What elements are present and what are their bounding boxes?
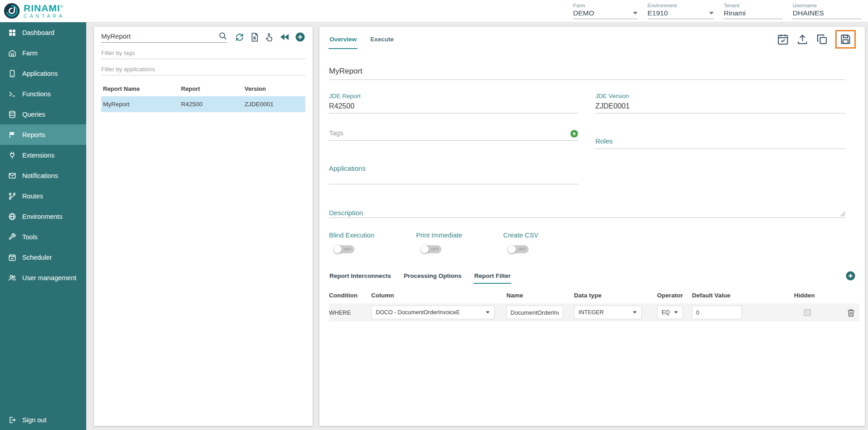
row-report-name: MyReport bbox=[103, 101, 181, 108]
logout-icon bbox=[8, 416, 16, 424]
tags-field[interactable] bbox=[329, 129, 579, 141]
col-report-name: Report Name bbox=[103, 85, 181, 92]
sidebar-item-routes[interactable]: Routes bbox=[0, 186, 86, 206]
report-search-input[interactable] bbox=[101, 32, 218, 40]
farm-icon bbox=[8, 49, 16, 57]
search-icon[interactable] bbox=[218, 31, 227, 40]
sidebar-item-functions[interactable]: Functions bbox=[0, 84, 86, 104]
sidebar-nav: Dashboard Farm Applications Functions Qu… bbox=[0, 22, 86, 430]
tab-overview[interactable]: Overview bbox=[329, 33, 358, 45]
excel-export-icon[interactable] bbox=[250, 32, 260, 42]
default-value-input[interactable] bbox=[692, 306, 742, 319]
users-icon bbox=[8, 274, 16, 282]
upload-icon[interactable] bbox=[796, 33, 809, 45]
jde-report-field[interactable]: R42500 bbox=[329, 102, 579, 114]
detail-tabs: Overview Execute bbox=[319, 27, 865, 51]
username-label: Username bbox=[793, 3, 862, 8]
report-name-field[interactable]: MyReport bbox=[329, 67, 845, 80]
flag-icon bbox=[8, 131, 16, 139]
sidebar-item-farm[interactable]: Farm bbox=[0, 43, 86, 63]
jde-version-field[interactable]: ZJDE0001 bbox=[595, 102, 845, 114]
data-type-select[interactable]: INTEGER bbox=[574, 306, 642, 319]
subtab-processing-options[interactable]: Processing Options bbox=[403, 271, 462, 281]
sign-out-button[interactable]: Sign out bbox=[0, 410, 86, 430]
hand-pointer-icon[interactable] bbox=[265, 32, 275, 42]
logo-subtitle: CANTARA bbox=[24, 14, 64, 19]
sidebar-item-extensions[interactable]: Extensions bbox=[0, 145, 86, 165]
save-icon[interactable] bbox=[839, 33, 852, 45]
sidebar-item-notifications[interactable]: Notifications bbox=[0, 165, 86, 186]
chevron-down-icon bbox=[674, 311, 678, 313]
table-row[interactable]: MyReport R42500 ZJDE0001 bbox=[101, 96, 305, 112]
filter-name-input[interactable] bbox=[506, 306, 563, 319]
tags-input[interactable] bbox=[329, 129, 570, 140]
report-filter-table: Condition Column Name Data type Operator… bbox=[319, 288, 865, 321]
print-immediate-label: Print Immediate bbox=[416, 232, 503, 239]
col-data-type: Data type bbox=[574, 288, 657, 303]
blind-execution-toggle[interactable]: OFF bbox=[333, 245, 354, 253]
operator-select[interactable]: EQ bbox=[657, 306, 683, 319]
globe-icon bbox=[8, 213, 16, 221]
toggle-knob bbox=[508, 245, 516, 253]
tenant-field: Tenant Rinami bbox=[724, 3, 783, 19]
farm-value: DEMO bbox=[573, 9, 594, 17]
username-field: Username DHAINES bbox=[793, 3, 862, 19]
jde-report-label: JDE Report bbox=[329, 93, 579, 99]
schedule-icon[interactable] bbox=[777, 33, 789, 45]
add-filter-icon[interactable] bbox=[845, 271, 856, 281]
tab-execute[interactable]: Execute bbox=[369, 33, 395, 45]
sidebar-item-scheduler[interactable]: Scheduler bbox=[0, 247, 86, 267]
filter-by-applications-input[interactable] bbox=[101, 63, 305, 75]
envelope-icon bbox=[8, 172, 16, 180]
print-immediate-toggle[interactable]: OFF bbox=[421, 245, 441, 253]
reports-list-panel: Report Name Report Version MyReport R425… bbox=[94, 27, 313, 426]
delete-filter-icon[interactable] bbox=[846, 308, 856, 317]
column-select[interactable]: DOCO - DocumentOrderInvoiceE bbox=[371, 306, 495, 319]
database-icon bbox=[8, 110, 16, 119]
terminal-icon bbox=[8, 90, 16, 98]
logo-icon bbox=[3, 2, 20, 20]
col-condition: Condition bbox=[329, 288, 371, 303]
plug-icon bbox=[8, 151, 16, 159]
add-tag-icon[interactable] bbox=[570, 129, 579, 138]
environment-select[interactable]: Environment E1910 bbox=[647, 3, 714, 19]
reports-table: Report Name Report Version MyReport R425… bbox=[101, 83, 305, 112]
col-operator: Operator bbox=[657, 288, 692, 303]
copy-icon[interactable] bbox=[816, 33, 828, 45]
subtab-report-filter[interactable]: Report Filter bbox=[474, 271, 511, 281]
sidebar-item-reports[interactable]: Reports bbox=[0, 124, 86, 145]
resize-handle-icon[interactable] bbox=[840, 211, 845, 217]
description-label: Description bbox=[329, 209, 363, 217]
report-search-field[interactable] bbox=[101, 31, 227, 43]
filter-table-header: Condition Column Name Data type Operator… bbox=[329, 288, 859, 303]
sidebar-item-dashboard[interactable]: Dashboard bbox=[0, 22, 86, 43]
app-root: RINAMI® CANTARA Farm DEMO Environment E1… bbox=[0, 0, 868, 430]
app-logo: RINAMI® CANTARA bbox=[0, 2, 88, 20]
add-icon[interactable] bbox=[295, 32, 305, 42]
farm-select[interactable]: Farm DEMO bbox=[573, 3, 638, 19]
description-field[interactable]: Description bbox=[329, 209, 845, 218]
chevron-down-icon[interactable] bbox=[709, 12, 714, 15]
create-csv-toggle[interactable]: OFF bbox=[508, 245, 529, 253]
sidebar-item-tools[interactable]: Tools bbox=[0, 227, 86, 247]
roles-field[interactable]: Roles bbox=[595, 129, 845, 149]
applications-field[interactable]: Applications bbox=[329, 164, 579, 184]
col-version: Version bbox=[245, 85, 304, 92]
sidebar-item-environments[interactable]: Environments bbox=[0, 206, 86, 227]
chevron-down-icon[interactable] bbox=[633, 12, 638, 15]
environment-label: Environment bbox=[647, 3, 714, 8]
sidebar-item-user-management[interactable]: User management bbox=[0, 267, 86, 288]
branch-icon bbox=[8, 192, 16, 200]
hidden-checkbox[interactable] bbox=[804, 309, 811, 316]
refresh-icon[interactable] bbox=[235, 32, 245, 42]
subtab-report-interconnects[interactable]: Report Interconnects bbox=[329, 271, 392, 281]
filter-by-tags-input[interactable] bbox=[101, 47, 305, 59]
col-column: Column bbox=[371, 288, 506, 303]
toggle-state: OFF bbox=[518, 245, 526, 253]
blind-execution-label: Blind Execution bbox=[329, 232, 416, 239]
sidebar-item-applications[interactable]: Applications bbox=[0, 63, 86, 84]
top-header: RINAMI® CANTARA Farm DEMO Environment E1… bbox=[0, 0, 868, 22]
rewind-icon[interactable] bbox=[280, 32, 290, 42]
condition-value: WHERE bbox=[329, 309, 371, 316]
sidebar-item-queries[interactable]: Queries bbox=[0, 104, 86, 124]
